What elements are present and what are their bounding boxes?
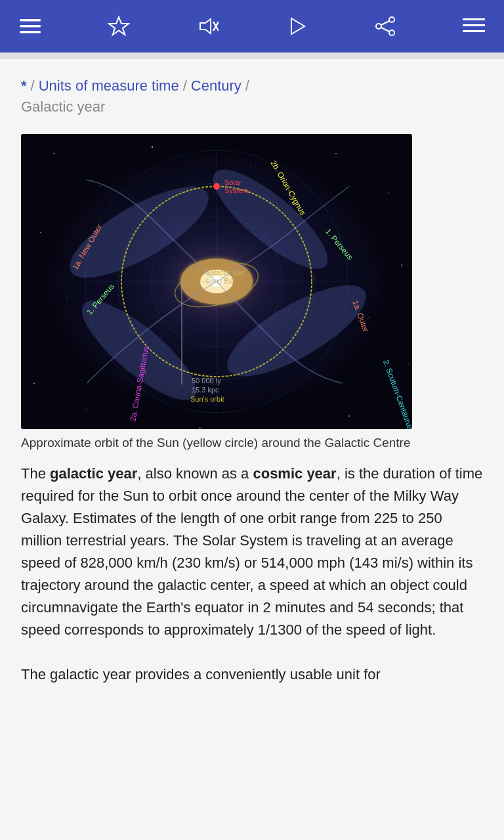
svg-point-20 bbox=[53, 153, 54, 154]
svg-point-8 bbox=[389, 17, 394, 22]
svg-point-27 bbox=[401, 264, 402, 266]
svg-point-30 bbox=[86, 409, 87, 410]
svg-point-26 bbox=[40, 232, 41, 233]
svg-line-12 bbox=[381, 28, 389, 32]
svg-point-9 bbox=[376, 24, 381, 29]
svg-marker-7 bbox=[291, 18, 304, 34]
volume-off-icon[interactable] bbox=[193, 12, 222, 41]
article-paragraph-2: The galactic year provides a convenientl… bbox=[21, 663, 483, 686]
term-galactic-year: galactic year bbox=[50, 465, 137, 482]
svg-text:Long Bar: Long Bar bbox=[206, 277, 236, 285]
svg-rect-1 bbox=[20, 25, 41, 28]
svg-point-29 bbox=[33, 383, 35, 384]
term-cosmic-year: cosmic year bbox=[253, 465, 336, 482]
svg-point-22 bbox=[152, 146, 153, 148]
svg-line-11 bbox=[381, 21, 389, 25]
breadcrumb-current: Galactic year bbox=[21, 98, 483, 116]
article-paragraph-1: The galactic year, also known as a cosmi… bbox=[21, 463, 483, 642]
svg-text:50 000 ly: 50 000 ly bbox=[192, 377, 221, 385]
svg-text:System: System bbox=[224, 186, 249, 194]
menu-icon[interactable] bbox=[16, 12, 45, 41]
gray-strip bbox=[0, 52, 504, 59]
svg-point-24 bbox=[335, 153, 337, 154]
galaxy-image: Solar System 1a. New Outer 1. Perseus 2a… bbox=[21, 134, 412, 429]
article-body1: , is the duration of time required for t… bbox=[21, 465, 482, 639]
article-intro: The bbox=[21, 465, 50, 482]
breadcrumb-sep2: / bbox=[183, 77, 187, 94]
share-icon[interactable] bbox=[371, 12, 400, 41]
svg-marker-4 bbox=[200, 19, 211, 33]
svg-point-25 bbox=[388, 192, 388, 193]
svg-rect-16 bbox=[481, 18, 485, 20]
article-body: The galactic year, also known as a cosmi… bbox=[21, 463, 483, 686]
play-icon[interactable] bbox=[282, 12, 311, 41]
svg-rect-17 bbox=[481, 24, 485, 26]
star-icon[interactable] bbox=[104, 12, 133, 41]
list-menu-icon[interactable] bbox=[459, 12, 488, 41]
svg-point-28 bbox=[408, 363, 409, 364]
breadcrumb-link-century[interactable]: Century bbox=[191, 77, 242, 94]
breadcrumb-sep1: / bbox=[31, 77, 35, 94]
svg-text:Solar: Solar bbox=[224, 178, 242, 186]
breadcrumb-link-units[interactable]: Units of measure time bbox=[39, 77, 179, 94]
svg-rect-18 bbox=[481, 30, 485, 32]
svg-text:Galactic Bar: Galactic Bar bbox=[205, 268, 244, 276]
image-caption: Approximate orbit of the Sun (yellow cir… bbox=[21, 434, 483, 452]
breadcrumb: * / Units of measure time / Century / Ga… bbox=[0, 59, 504, 122]
breadcrumb-home[interactable]: * bbox=[21, 77, 27, 94]
svg-point-10 bbox=[389, 30, 394, 35]
breadcrumb-sep3: / bbox=[245, 77, 249, 94]
svg-text:Sun's orbit: Sun's orbit bbox=[190, 395, 224, 403]
svg-rect-0 bbox=[20, 19, 41, 22]
article-middle1: , also known as a bbox=[137, 465, 253, 482]
svg-point-31 bbox=[348, 415, 350, 417]
svg-text:15.3 kpc: 15.3 kpc bbox=[192, 386, 219, 394]
topbar bbox=[0, 0, 504, 52]
svg-point-52 bbox=[213, 183, 220, 190]
svg-rect-2 bbox=[20, 31, 41, 33]
svg-marker-3 bbox=[109, 17, 129, 35]
